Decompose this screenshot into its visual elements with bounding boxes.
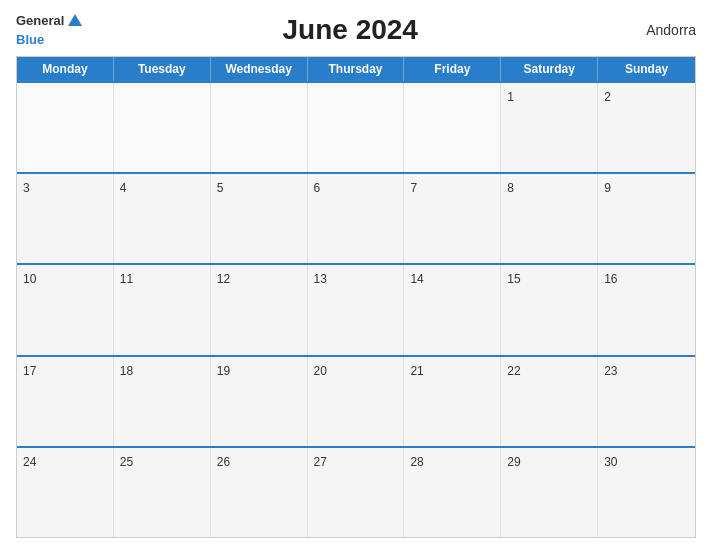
week-row-5: 24252627282930 (17, 446, 695, 537)
calendar-cell-3-6: 23 (598, 357, 695, 446)
day-number: 8 (507, 181, 514, 195)
calendar-cell-3-2: 19 (211, 357, 308, 446)
day-number: 5 (217, 181, 224, 195)
day-number: 6 (314, 181, 321, 195)
day-number: 11 (120, 272, 133, 286)
day-number: 10 (23, 272, 36, 286)
calendar-cell-3-3: 20 (308, 357, 405, 446)
day-number: 9 (604, 181, 611, 195)
calendar-cell-1-5: 8 (501, 174, 598, 263)
day-number: 29 (507, 455, 520, 469)
calendar-cell-0-6: 2 (598, 83, 695, 172)
week-row-3: 10111213141516 (17, 263, 695, 354)
calendar-cell-2-0: 10 (17, 265, 114, 354)
header-saturday: Saturday (501, 57, 598, 81)
calendar: Monday Tuesday Wednesday Thursday Friday… (16, 56, 696, 538)
calendar-cell-1-6: 9 (598, 174, 695, 263)
calendar-cell-4-0: 24 (17, 448, 114, 537)
country-label: Andorra (616, 22, 696, 38)
day-number: 30 (604, 455, 617, 469)
day-number: 12 (217, 272, 230, 286)
calendar-cell-1-0: 3 (17, 174, 114, 263)
day-number: 7 (410, 181, 417, 195)
day-number: 16 (604, 272, 617, 286)
page-header: General Blue June 2024 Andorra (16, 12, 696, 48)
header-sunday: Sunday (598, 57, 695, 81)
day-number: 25 (120, 455, 133, 469)
day-number: 18 (120, 364, 133, 378)
calendar-header: Monday Tuesday Wednesday Thursday Friday… (17, 57, 695, 81)
calendar-cell-2-2: 12 (211, 265, 308, 354)
calendar-cell-4-5: 29 (501, 448, 598, 537)
calendar-cell-4-3: 27 (308, 448, 405, 537)
calendar-cell-4-4: 28 (404, 448, 501, 537)
calendar-body: 1234567891011121314151617181920212223242… (17, 81, 695, 537)
calendar-cell-0-5: 1 (501, 83, 598, 172)
header-friday: Friday (404, 57, 501, 81)
logo: General Blue (16, 12, 84, 48)
calendar-cell-3-4: 21 (404, 357, 501, 446)
week-row-4: 17181920212223 (17, 355, 695, 446)
logo-text-general: General (16, 14, 64, 28)
header-thursday: Thursday (308, 57, 405, 81)
calendar-cell-0-4 (404, 83, 501, 172)
day-number: 19 (217, 364, 230, 378)
calendar-cell-0-1 (114, 83, 211, 172)
calendar-cell-1-3: 6 (308, 174, 405, 263)
calendar-cell-2-4: 14 (404, 265, 501, 354)
header-monday: Monday (17, 57, 114, 81)
logo-text-blue: Blue (16, 32, 44, 47)
svg-marker-0 (68, 14, 82, 26)
day-number: 13 (314, 272, 327, 286)
day-number: 26 (217, 455, 230, 469)
logo-icon (66, 12, 84, 30)
calendar-cell-1-2: 5 (211, 174, 308, 263)
day-number: 1 (507, 90, 514, 104)
calendar-cell-4-2: 26 (211, 448, 308, 537)
calendar-cell-2-3: 13 (308, 265, 405, 354)
day-number: 24 (23, 455, 36, 469)
calendar-cell-1-1: 4 (114, 174, 211, 263)
day-number: 27 (314, 455, 327, 469)
day-number: 2 (604, 90, 611, 104)
day-number: 17 (23, 364, 36, 378)
calendar-cell-3-5: 22 (501, 357, 598, 446)
day-number: 21 (410, 364, 423, 378)
calendar-cell-0-3 (308, 83, 405, 172)
day-number: 23 (604, 364, 617, 378)
header-wednesday: Wednesday (211, 57, 308, 81)
day-number: 22 (507, 364, 520, 378)
calendar-cell-0-0 (17, 83, 114, 172)
week-row-1: 12 (17, 81, 695, 172)
calendar-page: General Blue June 2024 Andorra Monday Tu… (0, 0, 712, 550)
page-title: June 2024 (84, 14, 616, 46)
calendar-cell-4-6: 30 (598, 448, 695, 537)
calendar-cell-4-1: 25 (114, 448, 211, 537)
day-number: 4 (120, 181, 127, 195)
day-number: 3 (23, 181, 30, 195)
calendar-cell-1-4: 7 (404, 174, 501, 263)
calendar-cell-3-0: 17 (17, 357, 114, 446)
calendar-cell-2-1: 11 (114, 265, 211, 354)
day-number: 15 (507, 272, 520, 286)
day-number: 20 (314, 364, 327, 378)
day-number: 28 (410, 455, 423, 469)
header-tuesday: Tuesday (114, 57, 211, 81)
calendar-cell-0-2 (211, 83, 308, 172)
calendar-cell-2-6: 16 (598, 265, 695, 354)
calendar-cell-2-5: 15 (501, 265, 598, 354)
day-number: 14 (410, 272, 423, 286)
week-row-2: 3456789 (17, 172, 695, 263)
calendar-cell-3-1: 18 (114, 357, 211, 446)
